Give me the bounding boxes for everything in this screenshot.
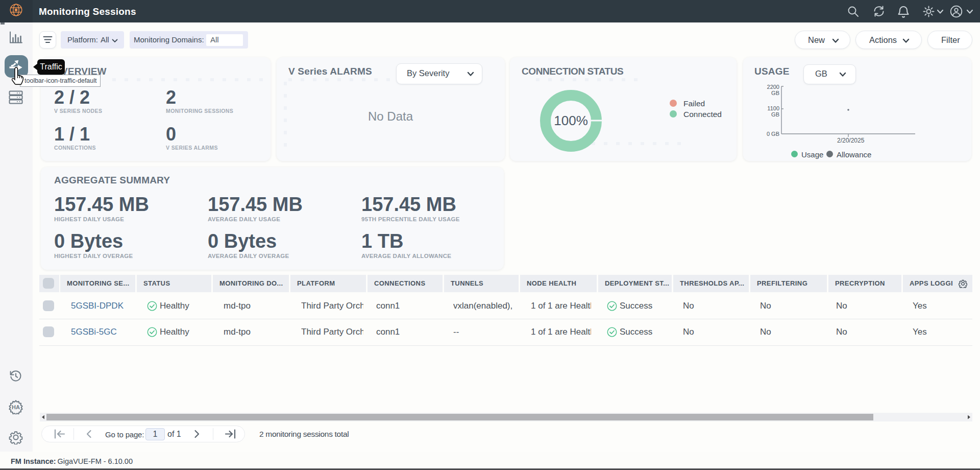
svg-text:HA: HA — [12, 404, 20, 410]
svg-text:100%: 100% — [554, 113, 588, 128]
